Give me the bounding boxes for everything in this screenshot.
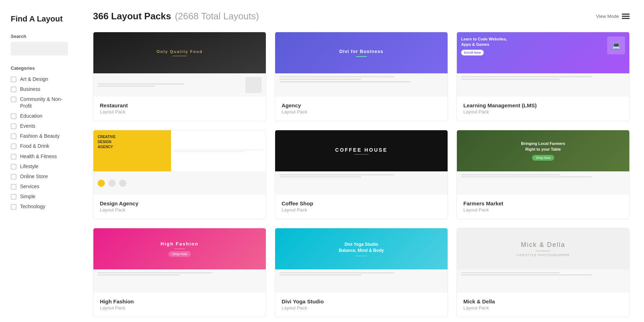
category-item-health-fitness[interactable]: Health & Fitness bbox=[11, 153, 68, 160]
layout-card-restaurant[interactable]: Only Quality Food Restaurant Layout Pack bbox=[93, 32, 266, 121]
category-item-services[interactable]: Services bbox=[11, 183, 68, 190]
header-title-group: 366 Layout Packs (2668 Total Layouts) bbox=[93, 11, 259, 22]
layout-card-lms[interactable]: Learn to Code Websites,Apps & Games Enro… bbox=[457, 32, 630, 121]
view-mode-icon[interactable] bbox=[622, 14, 630, 19]
card-name-design-agency: Design Agency bbox=[100, 200, 259, 206]
category-checkbox-technology[interactable] bbox=[11, 204, 16, 210]
card-type-lms: Layout Pack bbox=[463, 109, 623, 114]
card-type-yoga: Layout Pack bbox=[282, 305, 441, 311]
category-checkbox-events[interactable] bbox=[11, 123, 16, 129]
category-label-lifestyle: Lifestyle bbox=[20, 163, 38, 170]
category-item-business[interactable]: Business bbox=[11, 86, 68, 92]
view-mode-wrapper: View Mode bbox=[596, 14, 630, 19]
category-checkbox-community-nonprofit[interactable] bbox=[11, 97, 16, 102]
card-info-fashion: High Fashion Layout Pack bbox=[93, 293, 266, 317]
category-checkbox-online-store[interactable] bbox=[11, 174, 16, 180]
layout-card-agency[interactable]: Divi for Business Agency Layout Pack bbox=[275, 32, 448, 121]
card-name-fashion: High Fashion bbox=[100, 298, 259, 304]
card-name-mick-della: Mick & Della bbox=[463, 298, 623, 304]
categories-title: Categories bbox=[11, 65, 68, 71]
total-layouts: (2668 Total Layouts) bbox=[175, 11, 259, 21]
category-checkbox-health-fitness[interactable] bbox=[11, 154, 16, 160]
card-type-fashion: Layout Pack bbox=[100, 305, 259, 311]
category-label-community-nonprofit: Community & Non-Profit bbox=[20, 96, 68, 109]
card-name-coffee-shop: Coffee Shop bbox=[282, 200, 441, 206]
card-name-agency: Agency bbox=[282, 102, 441, 108]
category-item-community-nonprofit[interactable]: Community & Non-Profit bbox=[11, 96, 68, 109]
category-checkbox-fashion-beauty[interactable] bbox=[11, 133, 16, 139]
category-item-art-design[interactable]: Art & Design bbox=[11, 76, 68, 82]
category-checkbox-lifestyle[interactable] bbox=[11, 164, 16, 170]
card-info-coffee-shop: Coffee Shop Layout Pack bbox=[275, 195, 448, 219]
category-item-events[interactable]: Events bbox=[11, 123, 68, 129]
category-checkbox-food-drink[interactable] bbox=[11, 143, 16, 149]
layout-card-mick-della[interactable]: Mick & Della LIFESTYLE PHOTOGRAPHER Mick… bbox=[457, 228, 630, 317]
category-label-technology: Technology bbox=[20, 203, 45, 210]
category-label-health-fitness: Health & Fitness bbox=[20, 153, 57, 160]
search-label: Search bbox=[11, 34, 68, 39]
category-item-lifestyle[interactable]: Lifestyle bbox=[11, 163, 68, 170]
main-content: 366 Layout Packs (2668 Total Layouts) Vi… bbox=[79, 0, 644, 322]
category-label-events: Events bbox=[20, 123, 35, 129]
category-checkbox-simple[interactable] bbox=[11, 194, 16, 200]
packs-count: 366 Layout Packs bbox=[93, 11, 171, 21]
layout-card-coffee-shop[interactable]: COFFEE HOUSE Coffee Shop Layout Pack bbox=[275, 130, 448, 219]
categories-list: Art & Design Business Community & Non-Pr… bbox=[11, 76, 68, 210]
category-item-online-store[interactable]: Online Store bbox=[11, 173, 68, 180]
category-label-business: Business bbox=[20, 86, 40, 92]
category-label-education: Education bbox=[20, 113, 42, 119]
card-type-coffee-shop: Layout Pack bbox=[282, 207, 441, 213]
card-name-farmers-market: Farmers Market bbox=[463, 200, 623, 206]
page-container: Find A Layout Search Categories Art & De… bbox=[0, 0, 644, 322]
card-info-mick-della: Mick & Della Layout Pack bbox=[457, 293, 629, 317]
card-info-restaurant: Restaurant Layout Pack bbox=[93, 97, 266, 121]
main-header: 366 Layout Packs (2668 Total Layouts) Vi… bbox=[93, 11, 630, 22]
category-label-art-design: Art & Design bbox=[20, 76, 48, 82]
layout-card-fashion[interactable]: High Fashion Shop Now High Fashion Layou… bbox=[93, 228, 266, 317]
search-input[interactable] bbox=[11, 42, 68, 55]
category-item-simple[interactable]: Simple bbox=[11, 193, 68, 200]
layout-grid: Only Quality Food Restaurant Layout Pack… bbox=[93, 32, 630, 317]
card-info-yoga: Divi Yoga Studio Layout Pack bbox=[275, 293, 448, 317]
card-info-design-agency: Design Agency Layout Pack bbox=[93, 195, 266, 219]
card-info-farmers-market: Farmers Market Layout Pack bbox=[457, 195, 629, 219]
sidebar-title: Find A Layout bbox=[11, 14, 68, 24]
category-label-food-drink: Food & Drink bbox=[20, 143, 49, 149]
category-checkbox-services[interactable] bbox=[11, 184, 16, 190]
card-type-agency: Layout Pack bbox=[282, 109, 441, 114]
card-info-agency: Agency Layout Pack bbox=[275, 97, 448, 121]
card-type-farmers-market: Layout Pack bbox=[463, 207, 623, 213]
category-item-food-drink[interactable]: Food & Drink bbox=[11, 143, 68, 149]
category-label-services: Services bbox=[20, 183, 39, 190]
category-checkbox-business[interactable] bbox=[11, 87, 16, 92]
category-label-fashion-beauty: Fashion & Beauty bbox=[20, 133, 60, 139]
card-name-yoga: Divi Yoga Studio bbox=[282, 298, 441, 304]
category-label-simple: Simple bbox=[20, 193, 35, 200]
layout-card-design-agency[interactable]: CreativeDesignAgency Design Agency Layou… bbox=[93, 130, 266, 219]
category-item-fashion-beauty[interactable]: Fashion & Beauty bbox=[11, 133, 68, 139]
layout-card-farmers-market[interactable]: Bringing Local FarmersRight to your Tabl… bbox=[457, 130, 630, 219]
category-item-technology[interactable]: Technology bbox=[11, 203, 68, 210]
card-name-restaurant: Restaurant bbox=[100, 102, 259, 108]
card-type-design-agency: Layout Pack bbox=[100, 207, 259, 213]
view-mode-label: View Mode bbox=[596, 14, 619, 19]
card-info-lms: Learning Management (LMS) Layout Pack bbox=[457, 97, 629, 121]
category-checkbox-education[interactable] bbox=[11, 113, 16, 119]
card-type-restaurant: Layout Pack bbox=[100, 109, 259, 114]
sidebar: Find A Layout Search Categories Art & De… bbox=[0, 0, 79, 322]
category-item-education[interactable]: Education bbox=[11, 113, 68, 119]
card-name-lms: Learning Management (LMS) bbox=[463, 102, 623, 108]
category-label-online-store: Online Store bbox=[20, 173, 48, 180]
layout-card-yoga[interactable]: Divi Yoga StudioBalance, Mind & Body Div… bbox=[275, 228, 448, 317]
category-checkbox-art-design[interactable] bbox=[11, 77, 16, 82]
card-type-mick-della: Layout Pack bbox=[463, 305, 623, 311]
